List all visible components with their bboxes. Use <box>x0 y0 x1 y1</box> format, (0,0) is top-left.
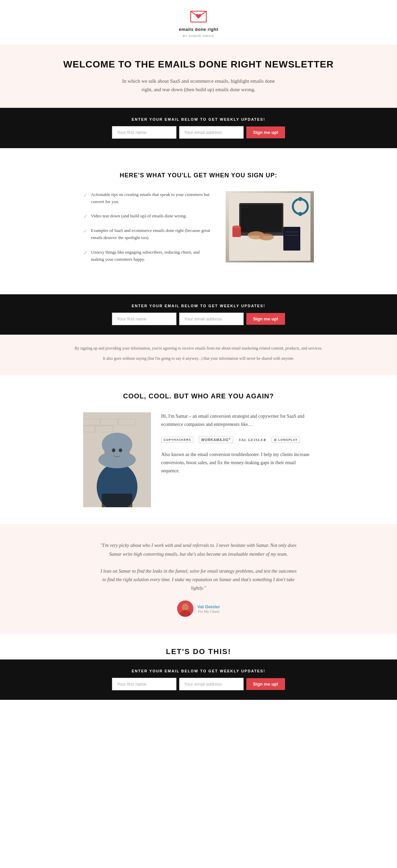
hero-section: WELCOME TO THE EMAILS DONE RIGHT NEWSLET… <box>0 45 397 107</box>
brand-logo-workamajig: workamajig® <box>199 436 233 443</box>
testimonial-section: "I'm very picky about who I work with an… <box>0 524 397 634</box>
logo-icon <box>190 9 207 24</box>
testimonial-person: Val Geisler Fix My Churn <box>20 600 377 617</box>
brand-logo-valgeisler: val geisler <box>239 438 266 442</box>
benefits-list: ✓ Actionable tips on creating emails tha… <box>83 191 212 271</box>
cta-bar-1: ENTER YOUR EMAIL BELOW TO GET WEEKLY UPD… <box>0 108 397 148</box>
logo-text-block: emails done right by Samar Owais <box>7 26 390 39</box>
check-icon-1: ✓ <box>83 192 88 198</box>
benefit-text-4: Unsexy things like engaging subscribers,… <box>91 249 212 263</box>
cta-bar-3: ENTER YOUR EMAIL BELOW TO GET WEEKLY UPD… <box>0 659 397 700</box>
val-geisler-avatar <box>177 600 193 617</box>
logo-section: emails done right by Samar Owais <box>0 0 397 45</box>
benefits-title: HERE'S WHAT YOU'LL GET WHEN YOU SIGN UP: <box>14 172 383 179</box>
first-name-input-3[interactable] <box>112 678 176 690</box>
spacer-1 <box>0 148 397 155</box>
logo-sub: by Samar Owais <box>183 34 214 38</box>
benefit-text-1: Actionable tips on creating emails that … <box>91 191 212 205</box>
benefit-item-3: ✓ Examples of SaaS and ecommerce emails … <box>83 227 212 241</box>
benefits-content: ✓ Actionable tips on creating emails tha… <box>83 191 314 271</box>
svg-point-28 <box>112 449 115 452</box>
who-description: Also known as the email conversion troub… <box>161 451 314 475</box>
who-section: COOL, COOL. BUT WHO ARE YOU AGAIN? <box>0 375 397 524</box>
samar-photo <box>83 412 151 507</box>
svg-rect-6 <box>244 206 246 208</box>
cta-bar-label-3: ENTER YOUR EMAIL BELOW TO GET WEEKLY UPD… <box>10 669 387 673</box>
cta-bar-label-2: ENTER YOUR EMAIL BELOW TO GET WEEKLY UPD… <box>10 304 387 308</box>
svg-point-29 <box>119 449 122 452</box>
letsdo-title: LET'S DO THIS! <box>7 647 390 656</box>
check-icon-4: ✓ <box>83 250 88 256</box>
first-name-input-1[interactable] <box>112 126 176 139</box>
benefit-item-2: ✓ Video tear down (and build up) of emai… <box>83 213 212 220</box>
letsdo-section: LET'S DO THIS! <box>0 634 397 659</box>
svg-point-27 <box>98 451 136 468</box>
svg-rect-7 <box>247 206 248 208</box>
svg-point-17 <box>232 225 241 228</box>
benefit-item-4: ✓ Unsexy things like engaging subscriber… <box>83 249 212 263</box>
first-name-input-2[interactable] <box>112 313 176 325</box>
who-content: Hi, I'm Samar – an email conversion stra… <box>83 412 314 507</box>
svg-point-12 <box>298 212 302 216</box>
benefits-image <box>226 191 314 262</box>
privacy-text-2: It also goes without saying (but I'm goi… <box>20 355 377 362</box>
privacy-section: By signing up and providing your informa… <box>0 335 397 376</box>
check-icon-3: ✓ <box>83 228 88 234</box>
brand-logos: COPYHACKERS workamajig® val geisler ◎ LO… <box>161 436 314 443</box>
who-title: COOL, COOL. BUT WHO ARE YOU AGAIN? <box>14 392 383 400</box>
brand-logo-longplay: ◎ LONGPLAY <box>271 437 300 443</box>
cta-form-1: Sign me up! <box>10 126 387 139</box>
brand-name: emails done right <box>7 26 390 33</box>
laptop-workspace-image <box>226 191 314 262</box>
svg-rect-5 <box>242 206 243 208</box>
hero-title: WELCOME TO THE EMAILS DONE RIGHT NEWSLET… <box>20 58 377 71</box>
signup-button-1[interactable]: Sign me up! <box>246 126 285 138</box>
email-input-1[interactable] <box>179 126 244 139</box>
brand-logo-copyhackers: COPYHACKERS <box>161 437 193 443</box>
svg-rect-16 <box>232 227 241 237</box>
benefit-item-1: ✓ Actionable tips on creating emails tha… <box>83 191 212 205</box>
email-input-3[interactable] <box>179 678 244 690</box>
benefit-text-2: Video tear down (and build up) of emails… <box>91 213 187 220</box>
svg-rect-30 <box>102 494 132 507</box>
spacer-2 <box>0 288 397 294</box>
testimonial-info: Val Geisler Fix My Churn <box>197 604 220 613</box>
who-intro: Hi, I'm Samar – an email conversion stra… <box>161 412 314 429</box>
cta-form-2: Sign me up! <box>10 313 387 325</box>
cta-bar-2: ENTER YOUR EMAIL BELOW TO GET WEEKLY UPD… <box>0 294 397 335</box>
svg-rect-13 <box>283 227 300 251</box>
privacy-text-1: By signing up and providing your informa… <box>20 345 377 352</box>
cta-form-3: Sign me up! <box>10 678 387 690</box>
who-text-area: Hi, I'm Samar – an email conversion stra… <box>161 412 314 475</box>
signup-button-2[interactable]: Sign me up! <box>246 313 285 325</box>
svg-rect-3 <box>241 205 282 232</box>
testimonial-person-name: Val Geisler <box>197 604 220 609</box>
svg-point-9 <box>259 234 274 240</box>
check-icon-2: ✓ <box>83 213 88 220</box>
benefits-section: HERE'S WHAT YOU'LL GET WHEN YOU SIGN UP:… <box>0 155 397 288</box>
hero-subtitle: In which we talk about SaaS and ecommerc… <box>117 77 280 94</box>
email-input-2[interactable] <box>179 313 244 325</box>
cta-bar-label-1: ENTER YOUR EMAIL BELOW TO GET WEEKLY UPD… <box>10 117 387 121</box>
testimonial-quote: "I'm very picky about who I work with an… <box>100 541 297 592</box>
signup-button-3[interactable]: Sign me up! <box>246 678 285 690</box>
svg-point-11 <box>298 197 302 201</box>
benefit-text-3: Examples of SaaS and ecommerce emails do… <box>91 227 212 241</box>
testimonial-person-role: Fix My Churn <box>197 609 220 613</box>
